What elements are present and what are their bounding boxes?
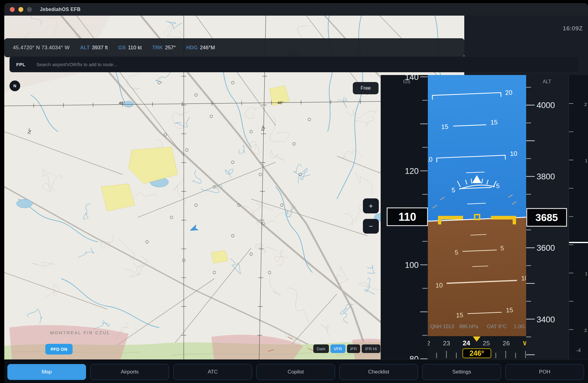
zoom-in-button[interactable]: + bbox=[363, 198, 379, 213]
hdg-value: 246°M bbox=[200, 45, 215, 51]
pitch-d5-left: 5 bbox=[454, 249, 458, 256]
speed-120: 120 bbox=[405, 167, 419, 176]
maximize-button[interactable] bbox=[27, 7, 32, 12]
tab-copilot[interactable]: Copilot bbox=[256, 364, 335, 380]
alt-3600: 3600 bbox=[537, 243, 555, 253]
vs-readout: -4 bbox=[576, 347, 581, 353]
speed-100: 100 bbox=[405, 261, 419, 270]
hdg-23: 23 bbox=[443, 340, 450, 347]
tab-atc[interactable]: ATC bbox=[173, 364, 252, 380]
gs-label: GS bbox=[118, 45, 126, 51]
alt-value: 3937 ft bbox=[92, 45, 108, 51]
hdg-25: 25 bbox=[483, 340, 490, 347]
gps-coordinates: 45.4720° N 73.4034° W bbox=[13, 45, 70, 51]
current-altitude: 3685 bbox=[535, 212, 558, 223]
hdg-24: 24 bbox=[463, 339, 470, 347]
pitch-d5-right: 5 bbox=[500, 245, 504, 252]
tab-airports[interactable]: Airports bbox=[90, 364, 169, 380]
minimize-button[interactable] bbox=[18, 7, 23, 12]
tab-settings[interactable]: Settings bbox=[422, 364, 501, 380]
vs-tape bbox=[568, 75, 588, 359]
gs-value: 110 kt bbox=[128, 45, 142, 51]
bottom-nav-bar: Map Airports ATC Copilot Checklist Setti… bbox=[4, 359, 588, 383]
pressure-readout: 885 hPa bbox=[459, 324, 478, 329]
pitch-20-right: 20 bbox=[505, 89, 512, 96]
pitch-d15-left: 15 bbox=[456, 311, 463, 319]
tab-poh[interactable]: POH bbox=[505, 364, 584, 380]
style-ifr-button[interactable]: IFR bbox=[347, 344, 360, 353]
alt-3400: 3400 bbox=[537, 315, 555, 324]
desktop: JebediahOS EFB bbox=[0, 0, 588, 383]
fpl-label: FPL bbox=[16, 62, 25, 67]
hdg-26: 26 bbox=[503, 340, 510, 347]
status-bar: 45.4720° N 73.4034° W ALT3937 ft GS110 k… bbox=[4, 38, 464, 57]
title-bar: JebediahOS EFB bbox=[4, 3, 588, 16]
app-window: JebediahOS EFB bbox=[4, 3, 588, 383]
primary-flight-display: 20 20 15 15 10 10 5 5 5 5 10 10 15 15 bbox=[381, 75, 588, 359]
style-vfr-button[interactable]: VFR bbox=[330, 344, 345, 353]
route-search-input[interactable] bbox=[36, 62, 579, 67]
current-heading: 246° bbox=[469, 349, 484, 357]
current-speed: 110 bbox=[398, 211, 416, 223]
speed-80: 80 bbox=[409, 355, 419, 359]
map-mode-free-button[interactable]: Free bbox=[353, 82, 379, 94]
pitch-15-left: 15 bbox=[441, 123, 448, 130]
pitch-d15-right: 15 bbox=[506, 306, 513, 314]
zulu-clock: 16:09Z bbox=[563, 25, 583, 32]
window-title: JebediahOS EFB bbox=[40, 7, 81, 12]
alt-3800: 3800 bbox=[537, 172, 555, 181]
fir-boundary-label: MONTREAL FIR CZUL bbox=[50, 330, 110, 335]
north-indicator-button[interactable]: N bbox=[9, 81, 20, 91]
pitch-d10-left: 10 bbox=[435, 282, 443, 289]
hdg-label: HDG bbox=[186, 45, 198, 51]
vs-plus1: 1 bbox=[585, 158, 587, 163]
lat-label-2: 46° bbox=[277, 100, 284, 105]
close-button[interactable] bbox=[10, 7, 15, 12]
pitch-5-right: 5 bbox=[496, 182, 500, 189]
style-dark-button[interactable]: Dark bbox=[313, 344, 329, 353]
style-ifr-hi-button[interactable]: IFR Hi bbox=[362, 344, 380, 353]
alt-tape-title: ALT bbox=[543, 79, 551, 84]
qnh-readout: QNH 1013 bbox=[430, 324, 454, 329]
trk-label: TRK bbox=[152, 45, 163, 51]
pfd-toggle-button[interactable]: PFD ON bbox=[45, 344, 73, 355]
trk-value: 257° bbox=[165, 45, 176, 51]
alt-4000: 4000 bbox=[537, 101, 555, 110]
pitch-5-left: 5 bbox=[451, 186, 455, 193]
tab-checklist[interactable]: Checklist bbox=[339, 364, 418, 380]
lat-label: 46° bbox=[119, 101, 125, 105]
oat-readout: OAT 8°C bbox=[487, 324, 507, 329]
pitch-15-right: 15 bbox=[490, 118, 498, 126]
vs-plus2: 2 bbox=[584, 102, 587, 107]
gload-readout: 1.0G bbox=[514, 324, 525, 329]
flight-plan-bar: FPL bbox=[9, 56, 579, 72]
tab-map[interactable]: Map bbox=[7, 364, 86, 380]
vs-minus1: 1 bbox=[585, 271, 587, 276]
speed-140: 140 bbox=[405, 75, 419, 82]
vs-minus2: 2 bbox=[584, 328, 587, 333]
zoom-out-button[interactable]: − bbox=[363, 219, 379, 234]
alt-label: ALT bbox=[80, 45, 90, 51]
pitch-10-right: 10 bbox=[510, 150, 517, 157]
